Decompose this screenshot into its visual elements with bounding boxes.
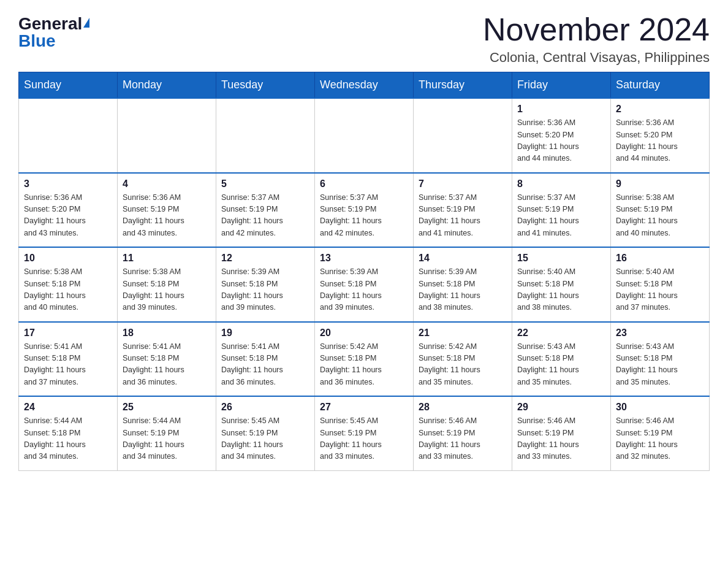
day-number: 6 bbox=[320, 178, 408, 190]
day-info: Sunrise: 5:39 AMSunset: 5:18 PMDaylight:… bbox=[419, 266, 507, 314]
day-number: 12 bbox=[221, 253, 309, 264]
day-info: Sunrise: 5:46 AMSunset: 5:19 PMDaylight:… bbox=[517, 415, 605, 463]
day-info: Sunrise: 5:42 AMSunset: 5:18 PMDaylight:… bbox=[320, 341, 408, 389]
title-area: November 2024 Colonia, Central Visayas, … bbox=[483, 12, 710, 66]
day-info: Sunrise: 5:41 AMSunset: 5:18 PMDaylight:… bbox=[123, 341, 211, 389]
calendar-header-friday: Friday bbox=[512, 72, 611, 99]
calendar-cell: 23Sunrise: 5:43 AMSunset: 5:18 PMDayligh… bbox=[611, 322, 710, 397]
day-number: 16 bbox=[616, 253, 704, 264]
day-number: 30 bbox=[616, 402, 704, 413]
calendar-cell: 2Sunrise: 5:36 AMSunset: 5:20 PMDaylight… bbox=[611, 98, 710, 173]
calendar-week-4: 17Sunrise: 5:41 AMSunset: 5:18 PMDayligh… bbox=[19, 322, 710, 397]
calendar-cell: 12Sunrise: 5:39 AMSunset: 5:18 PMDayligh… bbox=[216, 247, 315, 322]
day-number: 18 bbox=[123, 327, 211, 339]
day-info: Sunrise: 5:42 AMSunset: 5:18 PMDaylight:… bbox=[419, 341, 507, 389]
day-info: Sunrise: 5:36 AMSunset: 5:20 PMDaylight:… bbox=[517, 117, 605, 165]
calendar-cell: 8Sunrise: 5:37 AMSunset: 5:19 PMDaylight… bbox=[512, 173, 611, 248]
day-info: Sunrise: 5:40 AMSunset: 5:18 PMDaylight:… bbox=[616, 266, 704, 314]
calendar-cell: 27Sunrise: 5:45 AMSunset: 5:19 PMDayligh… bbox=[315, 396, 414, 470]
day-number: 10 bbox=[24, 253, 112, 264]
calendar-week-3: 10Sunrise: 5:38 AMSunset: 5:18 PMDayligh… bbox=[19, 247, 710, 322]
calendar-header-monday: Monday bbox=[118, 72, 216, 99]
calendar-week-1: 1Sunrise: 5:36 AMSunset: 5:20 PMDaylight… bbox=[19, 98, 710, 173]
day-number: 5 bbox=[221, 178, 309, 190]
day-info: Sunrise: 5:46 AMSunset: 5:19 PMDaylight:… bbox=[616, 415, 704, 463]
calendar-cell bbox=[118, 98, 216, 173]
calendar-cell: 18Sunrise: 5:41 AMSunset: 5:18 PMDayligh… bbox=[118, 322, 216, 397]
logo-triangle-icon bbox=[83, 18, 89, 28]
calendar-cell: 11Sunrise: 5:38 AMSunset: 5:18 PMDayligh… bbox=[118, 247, 216, 322]
day-info: Sunrise: 5:43 AMSunset: 5:18 PMDaylight:… bbox=[517, 341, 605, 389]
calendar-cell: 1Sunrise: 5:36 AMSunset: 5:20 PMDaylight… bbox=[512, 98, 611, 173]
day-info: Sunrise: 5:39 AMSunset: 5:18 PMDaylight:… bbox=[320, 266, 408, 314]
day-number: 1 bbox=[517, 104, 605, 115]
day-info: Sunrise: 5:37 AMSunset: 5:19 PMDaylight:… bbox=[320, 192, 408, 240]
day-info: Sunrise: 5:45 AMSunset: 5:19 PMDaylight:… bbox=[320, 415, 408, 463]
day-number: 20 bbox=[320, 327, 408, 339]
day-number: 17 bbox=[24, 327, 112, 339]
calendar-header-sunday: Sunday bbox=[19, 72, 118, 99]
day-info: Sunrise: 5:44 AMSunset: 5:18 PMDaylight:… bbox=[24, 415, 112, 463]
calendar-cell: 16Sunrise: 5:40 AMSunset: 5:18 PMDayligh… bbox=[611, 247, 710, 322]
day-number: 14 bbox=[419, 253, 507, 264]
calendar-cell: 10Sunrise: 5:38 AMSunset: 5:18 PMDayligh… bbox=[19, 247, 118, 322]
calendar-cell: 30Sunrise: 5:46 AMSunset: 5:19 PMDayligh… bbox=[611, 396, 710, 470]
day-info: Sunrise: 5:41 AMSunset: 5:18 PMDaylight:… bbox=[24, 341, 112, 389]
calendar-cell: 25Sunrise: 5:44 AMSunset: 5:19 PMDayligh… bbox=[118, 396, 216, 470]
calendar-cell: 5Sunrise: 5:37 AMSunset: 5:19 PMDaylight… bbox=[216, 173, 315, 248]
calendar-cell: 6Sunrise: 5:37 AMSunset: 5:19 PMDaylight… bbox=[315, 173, 414, 248]
calendar-cell: 20Sunrise: 5:42 AMSunset: 5:18 PMDayligh… bbox=[315, 322, 414, 397]
day-info: Sunrise: 5:46 AMSunset: 5:19 PMDaylight:… bbox=[419, 415, 507, 463]
day-number: 25 bbox=[123, 402, 211, 413]
calendar-cell: 4Sunrise: 5:36 AMSunset: 5:19 PMDaylight… bbox=[118, 173, 216, 248]
calendar-cell: 22Sunrise: 5:43 AMSunset: 5:18 PMDayligh… bbox=[512, 322, 611, 397]
day-info: Sunrise: 5:41 AMSunset: 5:18 PMDaylight:… bbox=[221, 341, 309, 389]
calendar-table: SundayMondayTuesdayWednesdayThursdayFrid… bbox=[18, 72, 710, 471]
day-number: 24 bbox=[24, 402, 112, 413]
day-number: 9 bbox=[616, 178, 704, 190]
page-header: General Blue November 2024 Colonia, Cent… bbox=[18, 12, 710, 66]
calendar-header-wednesday: Wednesday bbox=[315, 72, 414, 99]
calendar-cell: 26Sunrise: 5:45 AMSunset: 5:19 PMDayligh… bbox=[216, 396, 315, 470]
day-info: Sunrise: 5:45 AMSunset: 5:19 PMDaylight:… bbox=[221, 415, 309, 463]
day-number: 7 bbox=[419, 178, 507, 190]
calendar-cell: 29Sunrise: 5:46 AMSunset: 5:19 PMDayligh… bbox=[512, 396, 611, 470]
calendar-cell bbox=[19, 98, 118, 173]
calendar-title: November 2024 bbox=[483, 12, 710, 47]
calendar-cell bbox=[315, 98, 414, 173]
calendar-header-thursday: Thursday bbox=[414, 72, 512, 99]
day-number: 13 bbox=[320, 253, 408, 264]
day-info: Sunrise: 5:38 AMSunset: 5:18 PMDaylight:… bbox=[24, 266, 112, 314]
logo-general: General bbox=[18, 15, 82, 33]
day-number: 15 bbox=[517, 253, 605, 264]
day-info: Sunrise: 5:37 AMSunset: 5:19 PMDaylight:… bbox=[419, 192, 507, 240]
calendar-header-row: SundayMondayTuesdayWednesdayThursdayFrid… bbox=[19, 72, 710, 99]
calendar-header-saturday: Saturday bbox=[611, 72, 710, 99]
day-info: Sunrise: 5:37 AMSunset: 5:19 PMDaylight:… bbox=[517, 192, 605, 240]
calendar-cell: 17Sunrise: 5:41 AMSunset: 5:18 PMDayligh… bbox=[19, 322, 118, 397]
calendar-cell: 15Sunrise: 5:40 AMSunset: 5:18 PMDayligh… bbox=[512, 247, 611, 322]
calendar-week-2: 3Sunrise: 5:36 AMSunset: 5:20 PMDaylight… bbox=[19, 173, 710, 248]
calendar-cell bbox=[414, 98, 512, 173]
day-info: Sunrise: 5:40 AMSunset: 5:18 PMDaylight:… bbox=[517, 266, 605, 314]
logo: General Blue bbox=[18, 12, 89, 50]
calendar-cell: 19Sunrise: 5:41 AMSunset: 5:18 PMDayligh… bbox=[216, 322, 315, 397]
day-info: Sunrise: 5:38 AMSunset: 5:19 PMDaylight:… bbox=[616, 192, 704, 240]
day-info: Sunrise: 5:39 AMSunset: 5:18 PMDaylight:… bbox=[221, 266, 309, 314]
day-info: Sunrise: 5:36 AMSunset: 5:19 PMDaylight:… bbox=[123, 192, 211, 240]
day-info: Sunrise: 5:38 AMSunset: 5:18 PMDaylight:… bbox=[123, 266, 211, 314]
calendar-cell: 24Sunrise: 5:44 AMSunset: 5:18 PMDayligh… bbox=[19, 396, 118, 470]
day-number: 28 bbox=[419, 402, 507, 413]
day-info: Sunrise: 5:44 AMSunset: 5:19 PMDaylight:… bbox=[123, 415, 211, 463]
calendar-cell: 7Sunrise: 5:37 AMSunset: 5:19 PMDaylight… bbox=[414, 173, 512, 248]
calendar-cell: 3Sunrise: 5:36 AMSunset: 5:20 PMDaylight… bbox=[19, 173, 118, 248]
day-number: 29 bbox=[517, 402, 605, 413]
day-number: 21 bbox=[419, 327, 507, 339]
day-number: 27 bbox=[320, 402, 408, 413]
day-number: 23 bbox=[616, 327, 704, 339]
day-number: 3 bbox=[24, 178, 112, 190]
calendar-cell: 13Sunrise: 5:39 AMSunset: 5:18 PMDayligh… bbox=[315, 247, 414, 322]
calendar-cell: 21Sunrise: 5:42 AMSunset: 5:18 PMDayligh… bbox=[414, 322, 512, 397]
day-number: 26 bbox=[221, 402, 309, 413]
day-number: 19 bbox=[221, 327, 309, 339]
